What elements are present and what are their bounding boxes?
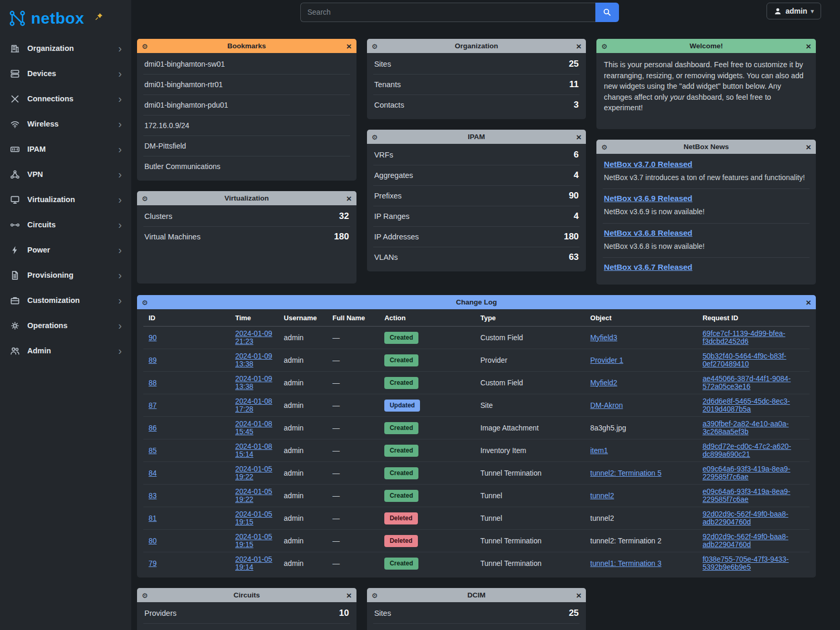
stat-label[interactable]: Sites xyxy=(374,609,391,617)
sidebar-item-ipam[interactable]: IPAM › xyxy=(0,136,131,162)
sidebar-item-circuits[interactable]: Circuits › xyxy=(0,212,131,237)
widget-close-button[interactable]: × xyxy=(346,41,352,50)
widget-config-button[interactable]: ⚙ xyxy=(142,592,148,598)
changelog-id-link[interactable]: 88 xyxy=(149,379,156,387)
widget-config-button[interactable]: ⚙ xyxy=(601,43,607,49)
widget-close-button[interactable]: × xyxy=(806,298,811,307)
changelog-time-link[interactable]: 2024-01-09 21:23 xyxy=(235,330,272,345)
netbox-logo[interactable]: netbox xyxy=(0,0,131,36)
changelog-time-link[interactable]: 2024-01-09 13:38 xyxy=(235,352,272,368)
news-headline-link[interactable]: NetBox v3.6.8 Released xyxy=(604,228,692,237)
stat-label[interactable]: Tenants xyxy=(374,80,401,89)
widget-config-button[interactable]: ⚙ xyxy=(372,43,378,49)
news-headline-link[interactable]: NetBox v3.7.0 Released xyxy=(604,160,692,169)
widget-config-button[interactable]: ⚙ xyxy=(372,133,378,140)
changelog-id-link[interactable]: 81 xyxy=(149,514,156,522)
changelog-id-link[interactable]: 83 xyxy=(149,492,156,500)
bookmark-item[interactable]: DM-Pittsfield xyxy=(143,136,350,156)
stat-label[interactable]: VRFs xyxy=(374,151,393,159)
sidebar-item-connections[interactable]: Connections › xyxy=(0,86,131,111)
sidebar-item-customization[interactable]: Customization › xyxy=(0,288,131,313)
changelog-object[interactable]: Provider 1 xyxy=(590,356,623,364)
widget-close-button[interactable]: × xyxy=(346,591,352,600)
widget-config-button[interactable]: ⚙ xyxy=(601,143,607,150)
bookmark-item[interactable]: dmi01-binghamton-pdu01 xyxy=(143,95,350,116)
changelog-time-link[interactable]: 2024-01-05 19:22 xyxy=(235,488,272,503)
pin-icon[interactable] xyxy=(95,13,103,20)
changelog-id-link[interactable]: 86 xyxy=(149,424,156,432)
search-input[interactable] xyxy=(300,3,595,22)
bookmark-item[interactable]: Butler Communications xyxy=(143,156,350,176)
stat-label[interactable]: Aggregates xyxy=(374,171,413,180)
sidebar-item-power[interactable]: Power › xyxy=(0,237,131,262)
changelog-request-id-link[interactable]: 8d9cd72e-cd0c-47c2-a620-dc899a690c21 xyxy=(702,443,791,458)
stat-label[interactable]: IP Ranges xyxy=(374,212,410,220)
widget-close-button[interactable]: × xyxy=(576,132,581,141)
stat-label[interactable]: Contacts xyxy=(374,101,404,109)
changelog-request-id-link[interactable]: 50b32f40-5464-4f9c-b83f-0ef270489410 xyxy=(702,352,786,368)
sidebar-item-operations[interactable]: Operations › xyxy=(0,313,131,338)
changelog-id-link[interactable]: 85 xyxy=(149,447,156,455)
changelog-request-id-link[interactable]: ae445066-387d-44f1-9084-572a05ce3e16 xyxy=(702,375,791,391)
sidebar-item-provisioning[interactable]: Provisioning › xyxy=(0,262,131,288)
changelog-id-link[interactable]: 79 xyxy=(149,560,156,568)
widget-close-button[interactable]: × xyxy=(806,142,811,151)
changelog-object[interactable]: Myfield2 xyxy=(590,379,617,387)
widget-close-button[interactable]: × xyxy=(346,194,352,203)
stat-label[interactable]: Prefixes xyxy=(374,192,402,200)
sidebar-item-wireless[interactable]: Wireless › xyxy=(0,111,131,136)
changelog-object[interactable]: Myfield3 xyxy=(590,334,617,342)
bookmark-item[interactable]: 172.16.0.9/24 xyxy=(143,116,350,136)
changelog-request-id-link[interactable]: 92d02d9c-562f-49f0-baa8-adb22904760d xyxy=(702,510,788,526)
widget-config-button[interactable]: ⚙ xyxy=(142,195,148,202)
news-headline-link[interactable]: NetBox v3.6.9 Released xyxy=(604,194,692,203)
changelog-time-link[interactable]: 2024-01-08 17:28 xyxy=(235,397,272,413)
changelog-object[interactable]: tunnel1: Termination 3 xyxy=(590,560,662,568)
changelog-time-link[interactable]: 2024-01-05 19:22 xyxy=(235,465,272,481)
sidebar-item-vpn[interactable]: VPN › xyxy=(0,162,131,187)
changelog-id-link[interactable]: 90 xyxy=(149,334,156,342)
widget-config-button[interactable]: ⚙ xyxy=(142,299,148,306)
bookmark-item[interactable]: dmi01-binghamton-rtr01 xyxy=(143,75,350,95)
changelog-request-id-link[interactable]: 69fce7cf-1139-4d99-bfea-f3dcbd2452d6 xyxy=(702,330,785,345)
sidebar-item-virtualization[interactable]: Virtualization › xyxy=(0,187,131,212)
stat-label[interactable]: Providers xyxy=(144,609,176,617)
widget-close-button[interactable]: × xyxy=(806,41,811,50)
bookmark-item[interactable]: dmi01-binghamton-sw01 xyxy=(143,54,350,75)
changelog-time-link[interactable]: 2024-01-05 19:15 xyxy=(235,510,272,526)
changelog-request-id-link[interactable]: e09c64a6-93f3-419a-8ea9-229585f7c6ae xyxy=(702,465,790,481)
changelog-request-id-link[interactable]: 92d02d9c-562f-49f0-baa8-adb22904760d xyxy=(702,533,788,549)
changelog-id-link[interactable]: 89 xyxy=(149,356,156,364)
changelog-id-link[interactable]: 87 xyxy=(149,402,156,410)
sidebar-item-admin[interactable]: Admin › xyxy=(0,338,131,363)
stat-label[interactable]: Virtual Machines xyxy=(144,233,201,241)
changelog-object[interactable]: tunnel2 xyxy=(590,492,614,500)
search-button[interactable] xyxy=(595,3,619,22)
sidebar-item-devices[interactable]: Devices › xyxy=(0,61,131,86)
changelog-time-link[interactable]: 2024-01-09 13:38 xyxy=(235,375,272,391)
changelog-time-link[interactable]: 2024-01-08 15:14 xyxy=(235,443,272,458)
news-headline-link[interactable]: NetBox v3.6.7 Released xyxy=(604,262,692,271)
changelog-id-link[interactable]: 84 xyxy=(149,469,156,477)
changelog-object[interactable]: item1 xyxy=(590,447,608,455)
widget-close-button[interactable]: × xyxy=(576,591,581,600)
changelog-time-link[interactable]: 2024-01-05 19:15 xyxy=(235,533,272,549)
changelog-time-link[interactable]: 2024-01-08 15:45 xyxy=(235,420,272,436)
stat-label[interactable]: Sites xyxy=(374,60,391,68)
stat-label[interactable]: VLANs xyxy=(374,253,398,261)
changelog-request-id-link[interactable]: 2d6d6e8f-5465-45dc-8ec3-2019d4087b5a xyxy=(702,397,790,413)
user-menu-button[interactable]: admin ▾ xyxy=(766,3,821,19)
changelog-request-id-link[interactable]: e09c64a6-93f3-419a-8ea9-229585f7c6ae xyxy=(702,488,790,503)
changelog-object[interactable]: tunnel2: Termination 5 xyxy=(590,469,662,477)
stat-label[interactable]: Clusters xyxy=(144,212,172,220)
changelog-id-link[interactable]: 80 xyxy=(149,537,156,545)
stat-label[interactable]: IP Addresses xyxy=(374,233,419,241)
changelog-time-link[interactable]: 2024-01-05 19:14 xyxy=(235,555,272,571)
widget-config-button[interactable]: ⚙ xyxy=(142,43,148,49)
sidebar-item-organization[interactable]: Organization › xyxy=(0,36,131,61)
widget-config-button[interactable]: ⚙ xyxy=(372,592,378,598)
changelog-object[interactable]: DM-Akron xyxy=(590,402,623,410)
changelog-request-id-link[interactable]: a390fbef-2a82-4e10-aa0a-3c268aa5ef3b xyxy=(702,420,789,436)
changelog-request-id-link[interactable]: f038e755-705e-47f3-9433-5392b9e6b9e5 xyxy=(702,555,789,571)
widget-close-button[interactable]: × xyxy=(576,41,581,50)
